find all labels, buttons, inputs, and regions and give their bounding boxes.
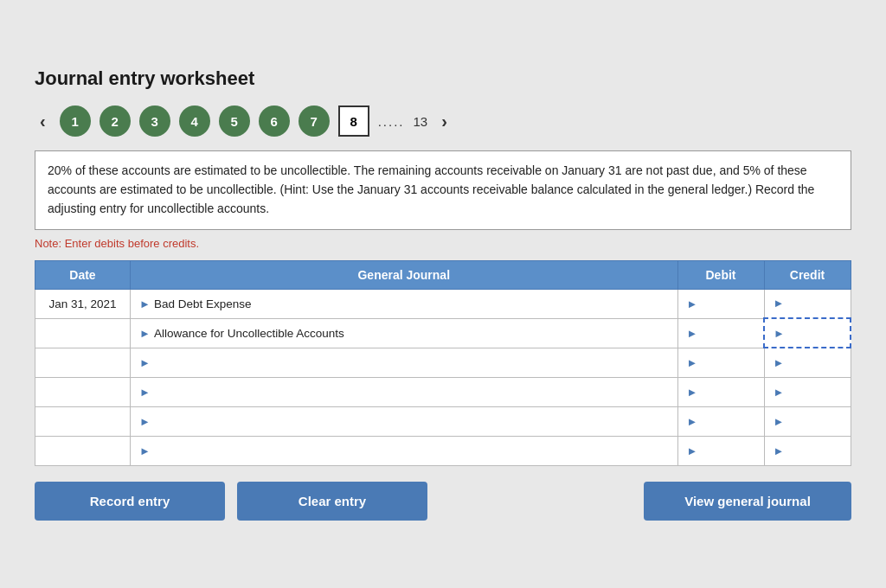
debit-arrow-2: ► bbox=[687, 327, 698, 340]
credit-arrow-5: ► bbox=[774, 415, 785, 428]
page-bubble-1[interactable]: 1 bbox=[60, 105, 91, 137]
cell-journal-1[interactable]: ► Bad Debt Expense bbox=[131, 289, 678, 318]
credit-arrow-6: ► bbox=[774, 444, 785, 457]
row-arrow-1: ► bbox=[139, 297, 151, 310]
record-entry-button[interactable]: Record entry bbox=[35, 482, 225, 521]
cell-debit-4[interactable]: ► bbox=[677, 377, 764, 406]
col-header-debit: Debit bbox=[677, 260, 764, 289]
debit-arrow-3: ► bbox=[687, 356, 698, 369]
journal-table: Date General Journal Debit Credit Jan 31… bbox=[35, 260, 851, 466]
row-arrow-5: ► bbox=[139, 415, 151, 428]
cell-credit-5[interactable]: ► bbox=[764, 406, 851, 436]
cell-journal-2[interactable]: ► Allowance for Uncollectible Accounts bbox=[131, 318, 678, 348]
cell-debit-2[interactable]: ► bbox=[677, 318, 764, 348]
cell-credit-6[interactable]: ► bbox=[764, 436, 851, 465]
debit-arrow-5: ► bbox=[687, 415, 698, 428]
cell-date-3 bbox=[35, 348, 131, 377]
cell-credit-4[interactable]: ► bbox=[764, 377, 851, 406]
table-row: ► ► ► bbox=[35, 377, 851, 406]
table-row: Jan 31, 2021 ► Bad Debt Expense ► ► bbox=[35, 289, 851, 318]
cell-date-6 bbox=[35, 436, 131, 465]
main-container: Journal entry worksheet ‹ 1 2 3 4 5 6 7 … bbox=[10, 47, 876, 540]
page-bubble-3[interactable]: 3 bbox=[139, 105, 170, 137]
table-row: ► ► ► bbox=[35, 406, 851, 436]
debit-arrow-1: ► bbox=[687, 297, 698, 310]
debit-arrow-6: ► bbox=[687, 444, 698, 457]
page-current[interactable]: 8 bbox=[338, 105, 369, 137]
cell-date-4 bbox=[35, 377, 131, 406]
cell-credit-1[interactable]: ► bbox=[764, 289, 851, 318]
row-arrow-2: ► bbox=[139, 327, 151, 340]
prev-arrow[interactable]: ‹ bbox=[35, 108, 51, 135]
table-row: ► Allowance for Uncollectible Accounts ►… bbox=[35, 318, 851, 348]
credit-arrow-1: ► bbox=[774, 297, 785, 310]
table-row: ► ► ► bbox=[35, 348, 851, 377]
cell-date-5 bbox=[35, 406, 131, 436]
page-bubble-4[interactable]: 4 bbox=[179, 105, 210, 137]
credit-arrow-4: ► bbox=[774, 386, 785, 399]
col-header-journal: General Journal bbox=[131, 260, 678, 289]
note-text: Note: Enter debits before credits. bbox=[35, 237, 851, 250]
table-row: ► ► ► bbox=[35, 436, 851, 465]
cell-credit-3[interactable]: ► bbox=[764, 348, 851, 377]
cell-debit-6[interactable]: ► bbox=[677, 436, 764, 465]
clear-entry-button[interactable]: Clear entry bbox=[237, 482, 427, 521]
cell-journal-5[interactable]: ► bbox=[131, 406, 678, 436]
next-arrow[interactable]: › bbox=[436, 108, 453, 135]
cell-date-2 bbox=[35, 318, 131, 348]
credit-arrow-3: ► bbox=[774, 356, 785, 369]
page-bubble-5[interactable]: 5 bbox=[219, 105, 250, 137]
row-arrow-6: ► bbox=[139, 444, 151, 457]
cell-journal-3[interactable]: ► bbox=[131, 348, 678, 377]
cell-debit-5[interactable]: ► bbox=[677, 406, 764, 436]
cell-journal-6[interactable]: ► bbox=[131, 436, 678, 465]
page-title: Journal entry worksheet bbox=[35, 67, 851, 90]
page-bubble-7[interactable]: 7 bbox=[299, 105, 330, 137]
cell-credit-2-active[interactable]: ► bbox=[764, 318, 851, 348]
page-bubble-2[interactable]: 2 bbox=[100, 105, 131, 137]
page-dots: ..... bbox=[378, 114, 405, 129]
col-header-date: Date bbox=[35, 260, 131, 289]
row-arrow-3: ► bbox=[139, 356, 151, 369]
view-general-journal-button[interactable]: View general journal bbox=[644, 482, 851, 521]
page-bubble-6[interactable]: 6 bbox=[259, 105, 290, 137]
row-arrow-4: ► bbox=[139, 386, 151, 399]
description-box: 20% of these accounts are estimated to b… bbox=[35, 150, 851, 229]
cell-debit-3[interactable]: ► bbox=[677, 348, 764, 377]
cell-date-1: Jan 31, 2021 bbox=[35, 289, 131, 318]
debit-arrow-4: ► bbox=[687, 386, 698, 399]
cell-debit-1[interactable]: ► bbox=[677, 289, 764, 318]
col-header-credit: Credit bbox=[764, 260, 851, 289]
page-last: 13 bbox=[414, 114, 428, 129]
pagination: ‹ 1 2 3 4 5 6 7 8 ..... 13 › bbox=[35, 105, 851, 137]
buttons-row: Record entry Clear entry View general jo… bbox=[35, 482, 851, 521]
credit-arrow-2: ► bbox=[774, 327, 785, 340]
cell-journal-4[interactable]: ► bbox=[131, 377, 678, 406]
